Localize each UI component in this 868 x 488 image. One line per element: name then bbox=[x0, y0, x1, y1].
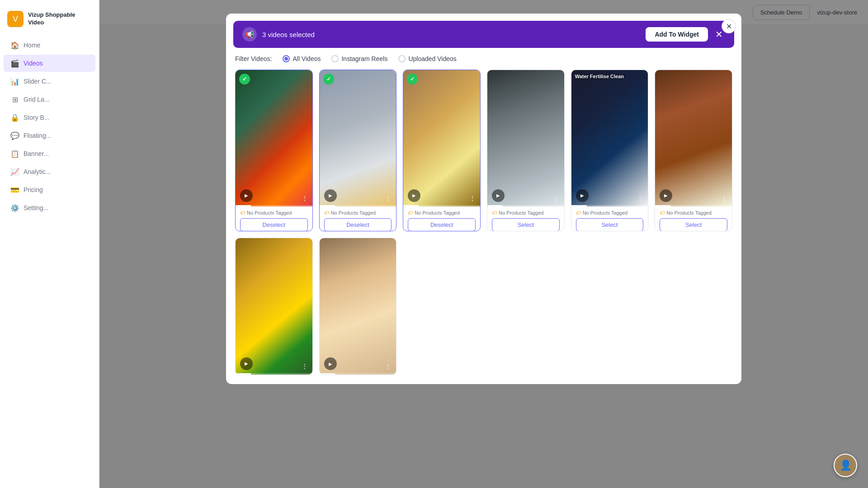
progress-bar-8 bbox=[320, 373, 396, 375]
filter-label: Filter Videos: bbox=[235, 55, 272, 62]
more-options-5[interactable]: ⋮ bbox=[637, 195, 643, 202]
tag-icon: 🏷 bbox=[324, 210, 329, 216]
no-products-tag-1: 🏷 No Products Tagged bbox=[240, 210, 308, 216]
radio-uploaded-videos[interactable] bbox=[398, 55, 406, 62]
progress-bar-fill-8 bbox=[320, 373, 335, 375]
video-grid: ✓ ▶ ⋮ 🏷 No Products Tagged Deselect ✓ ▶ … bbox=[226, 66, 741, 384]
overlay-text: Water Fertilise Clean bbox=[575, 74, 645, 79]
sidebar-item-videos-label: Videos bbox=[24, 60, 43, 67]
no-products-tag-3: 🏷 No Products Tagged bbox=[408, 210, 476, 216]
filter-all-videos-label: All Videos bbox=[292, 55, 321, 62]
progress-bar-5 bbox=[571, 205, 648, 206]
video-card-footer-4: 🏷 No Products Tagged Select bbox=[487, 206, 564, 232]
sidebar-item-pricing-label: Pricing bbox=[24, 186, 43, 193]
video-card-2: ✓ ▶ ⋮ 🏷 No Products Tagged Deselect bbox=[319, 70, 397, 231]
sidebar-item-story-label: Story B... bbox=[24, 114, 50, 121]
sidebar-item-story[interactable]: 🔒 Story B... bbox=[4, 109, 95, 126]
progress-bar-fill-7 bbox=[236, 373, 251, 375]
progress-bar-fill-2 bbox=[320, 205, 335, 206]
progress-bar-fill-3 bbox=[403, 205, 419, 206]
video-select-modal: ✕ 📢 3 videos selected Add To Widget ✕ Fi… bbox=[226, 14, 741, 384]
add-to-widget-button[interactable]: Add To Widget bbox=[646, 27, 708, 42]
sidebar-item-floating[interactable]: 💬 Floating... bbox=[4, 127, 95, 144]
user-avatar[interactable]: 👤 bbox=[834, 454, 857, 477]
check-badge-3: ✓ bbox=[407, 74, 418, 84]
selection-banner-left: 📢 3 videos selected bbox=[242, 27, 315, 42]
tag-icon: 🏷 bbox=[660, 210, 665, 216]
more-options-7[interactable]: ⋮ bbox=[302, 363, 308, 370]
deselect-button-2[interactable]: Deselect bbox=[324, 218, 392, 231]
video-thumbnail-6: ▶ ⋮ bbox=[655, 70, 732, 206]
video-thumbnail-8: ▶ ⋮ bbox=[320, 238, 396, 375]
tag-icon: 🏷 bbox=[576, 210, 581, 216]
select-button-6[interactable]: Select bbox=[660, 218, 727, 231]
select-button-5[interactable]: Select bbox=[576, 218, 644, 231]
no-products-tag-6: 🏷 No Products Tagged bbox=[660, 210, 727, 216]
logo-text: Vizup ShoppableVideo bbox=[28, 11, 75, 27]
sidebar-item-videos[interactable]: 🎬 Videos bbox=[4, 55, 95, 72]
no-products-label-3: No Products Tagged bbox=[415, 210, 459, 216]
play-button-2[interactable]: ▶ bbox=[324, 189, 337, 202]
tag-icon: 🏷 bbox=[408, 210, 413, 216]
video-card-7: ▶ ⋮ bbox=[235, 238, 313, 375]
progress-bar-fill-6 bbox=[655, 205, 670, 206]
banner-icon: 📋 bbox=[11, 150, 19, 158]
filter-instagram-reels[interactable]: Instagram Reels bbox=[331, 55, 387, 62]
progress-bar-4 bbox=[487, 205, 564, 206]
progress-bar-fill-1 bbox=[236, 205, 251, 206]
sidebar-item-grid[interactable]: ⊞ Grid La... bbox=[4, 91, 95, 108]
play-button-7[interactable]: ▶ bbox=[240, 357, 253, 370]
sidebar-item-banner[interactable]: 📋 Banner... bbox=[4, 145, 95, 162]
megaphone-icon: 📢 bbox=[242, 27, 257, 42]
logo-icon: V bbox=[7, 11, 24, 27]
more-options-1[interactable]: ⋮ bbox=[302, 195, 308, 202]
video-card-5: Water Fertilise Clean ▶ ⋮ 🏷 No Products … bbox=[571, 70, 649, 231]
deselect-button-1[interactable]: Deselect bbox=[240, 218, 308, 231]
more-options-2[interactable]: ⋮ bbox=[385, 195, 392, 202]
sidebar-item-analytics-label: Analytic... bbox=[24, 168, 51, 175]
sidebar-item-home[interactable]: 🏠 Home bbox=[4, 37, 95, 54]
video-thumbnail-2: ✓ ▶ ⋮ bbox=[320, 70, 396, 206]
video-card-footer-6: 🏷 No Products Tagged Select bbox=[655, 206, 732, 232]
modal-close-button[interactable]: ✕ bbox=[722, 19, 736, 33]
play-button-3[interactable]: ▶ bbox=[408, 189, 420, 202]
play-button-8[interactable]: ▶ bbox=[324, 357, 337, 370]
filter-instagram-reels-label: Instagram Reels bbox=[341, 55, 387, 62]
selection-banner-right: Add To Widget ✕ bbox=[646, 27, 725, 42]
video-thumbnail-7: ▶ ⋮ bbox=[236, 238, 312, 375]
video-thumbnail-4: ▶ ⋮ bbox=[487, 70, 564, 206]
filter-bar: Filter Videos: All Videos Instagram Reel… bbox=[226, 48, 741, 66]
no-products-label-1: No Products Tagged bbox=[247, 210, 292, 216]
select-button-4[interactable]: Select bbox=[492, 218, 560, 231]
filter-uploaded-videos[interactable]: Uploaded Videos bbox=[398, 55, 456, 62]
play-button-5[interactable]: ▶ bbox=[576, 189, 589, 202]
play-button-6[interactable]: ▶ bbox=[660, 189, 672, 202]
more-options-8[interactable]: ⋮ bbox=[385, 363, 392, 370]
video-card-8: ▶ ⋮ bbox=[319, 238, 397, 375]
play-button-1[interactable]: ▶ bbox=[240, 189, 253, 202]
sidebar-item-settings[interactable]: ⚙️ Setting... bbox=[4, 199, 95, 216]
deselect-button-3[interactable]: Deselect bbox=[408, 218, 476, 231]
sidebar-item-analytics[interactable]: 📈 Analytic... bbox=[4, 163, 95, 180]
modal-backdrop: ✕ 📢 3 videos selected Add To Widget ✕ Fi… bbox=[99, 0, 868, 488]
filter-uploaded-videos-label: Uploaded Videos bbox=[408, 55, 456, 62]
play-button-4[interactable]: ▶ bbox=[492, 189, 505, 202]
more-options-3[interactable]: ⋮ bbox=[469, 195, 476, 202]
radio-instagram-reels[interactable] bbox=[331, 55, 339, 62]
progress-bar-1 bbox=[236, 205, 312, 206]
more-options-4[interactable]: ⋮ bbox=[553, 195, 560, 202]
sidebar-item-pricing[interactable]: 💳 Pricing bbox=[4, 181, 95, 198]
filter-all-videos[interactable]: All Videos bbox=[283, 55, 321, 62]
tag-icon: 🏷 bbox=[240, 210, 245, 216]
radio-all-videos[interactable] bbox=[283, 55, 290, 62]
more-options-6[interactable]: ⋮ bbox=[721, 195, 727, 202]
video-card-footer-2: 🏷 No Products Tagged Deselect bbox=[320, 206, 396, 232]
story-icon: 🔒 bbox=[11, 113, 19, 122]
sidebar-item-settings-label: Setting... bbox=[24, 204, 48, 211]
video-thumbnail-1: ✓ ▶ ⋮ bbox=[236, 70, 312, 206]
video-thumbnail-3: ✓ ▶ ⋮ bbox=[403, 70, 480, 206]
progress-bar-7 bbox=[236, 373, 312, 375]
video-card-6: ▶ ⋮ 🏷 No Products Tagged Select bbox=[655, 70, 732, 231]
sidebar-item-slider[interactable]: 📊 Slider C... bbox=[4, 73, 95, 90]
no-products-label-2: No Products Tagged bbox=[331, 210, 376, 216]
